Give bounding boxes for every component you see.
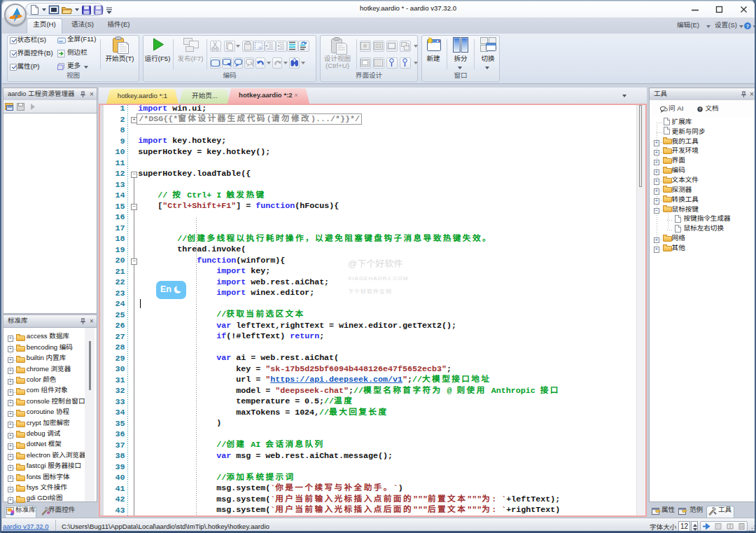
svg-text:?: ? — [746, 24, 749, 29]
